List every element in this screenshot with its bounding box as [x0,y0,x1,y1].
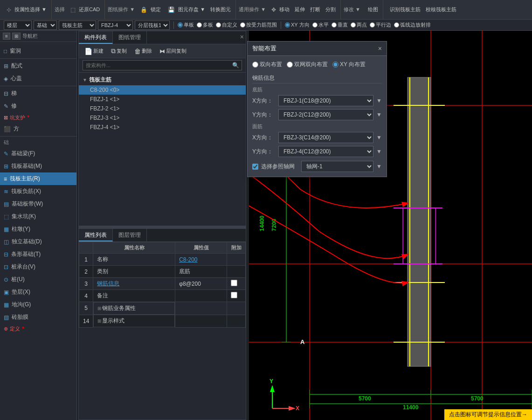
new-btn[interactable]: 📄 新建 [82,47,106,56]
layer-select[interactable]: 楼层 [4,21,32,30]
sidebar-item-isolated-foundation[interactable]: ◫ 独立基础(D) [0,235,76,248]
sidebar-item-stair[interactable]: ⊟ 梯 [0,87,76,100]
attr-name-1: 名称 [93,254,175,266]
member-panel-close-btn[interactable]: × [240,33,244,41]
lock-group: 🔒 锁定 💾 图元存盘 ▼ 转换图元 [138,0,236,19]
split-btn[interactable]: 分割 [324,5,338,14]
tab-attr-list[interactable]: 属性列表 [79,229,113,241]
sidebar-item-foundation-beam[interactable]: ✎ 基础梁(F) [0,147,76,160]
tree-item-fbzj1[interactable]: FBZJ-1 <1> [79,95,246,104]
sidebar-nav-btn1[interactable]: ≡ [3,33,10,40]
dialog-close-btn[interactable]: × [378,45,382,52]
attr-value-link-1[interactable]: C8-200 [179,256,197,263]
sidebar-item-slab-rebar[interactable]: ≡ 筏板主筋(R) [0,172,76,185]
verify-label-btn[interactable]: 校核筏板主筋 [424,5,458,14]
sublayer-select[interactable]: 分层筏板1 [135,21,170,30]
sidebar-item-base-plate[interactable]: ▤ 基础板带(W) [0,198,76,210]
attr-name-14[interactable]: ⊞ 显示样式 [93,315,175,327]
expand-icon-14[interactable]: ⊞ [97,318,101,324]
vert-radio[interactable]: 垂直 [332,21,348,28]
floor-copy-btn[interactable]: ⧓ 层间复制 [157,47,189,55]
status-bar[interactable]: 点击图标可调节提示信息位置→ [444,409,532,420]
rebar-select[interactable]: 筏板主筋 [59,21,96,30]
svg-text:11400: 11400 [403,404,419,411]
tree-item-fbzj2[interactable]: FBZJ-2 <1> [79,104,246,113]
property-select-btn[interactable]: 按属性选择 ▼ [13,5,48,14]
ref-grid-select[interactable]: 轴网-1 轴网-2 [301,161,373,172]
sidebar-item-strip-foundation[interactable]: ⊟ 条形基础(T) [0,248,76,261]
repair-icon: ✎ [4,103,8,110]
y-dir-bottom-select[interactable]: FBZJ-2(C12@200) FBZJ-1(C18@200) FBZJ-3(C… [278,109,373,120]
multi-slab-radio[interactable]: 多板 [197,21,213,28]
by-force-radio[interactable]: 按受力筋范围 [240,21,277,28]
x-dir-bottom-select[interactable]: FBZJ-1(C18@200) FBZJ-2(C12@200) FBZJ-3(C… [278,95,373,106]
twopoint-radio[interactable]: 两点 [351,21,367,28]
draw-label-btn[interactable]: 绘图 [366,5,380,14]
sidebar-item-pile-cap[interactable]: ⊡ 桩承台(V) [0,261,76,273]
tree-item-fbzj3[interactable]: FBZJ-3 <1> [79,113,246,123]
move-btn[interactable]: 移动 [277,5,291,14]
sidebar-item-slab-neg-rebar[interactable]: ≋ 筏板负筋(X) [0,185,76,198]
expand-icon-5[interactable]: ⊞ [97,306,101,311]
sidebar-item-square[interactable]: ⬛ 方 [0,123,76,135]
table-row: 1 名称 C8-200 [79,254,246,266]
sidebar-item-heartcover[interactable]: ◈ 心盖 [0,72,76,85]
ref-grid-checkbox[interactable] [252,164,258,170]
fbzj-select[interactable]: FBZJ-4 [98,21,133,30]
sidebar-item-window[interactable]: □ 窗洞 [0,45,76,57]
restore-cad-icon: ⬚ [70,7,76,13]
x-dir-top-select[interactable]: FBZJ-3(C14@200) FBZJ-1(C18@200) FBZJ-2(C… [278,132,373,143]
sidebar-item-cushion[interactable]: ▣ 垫层(X) [0,286,76,298]
single-slab-radio[interactable]: 单板 [178,21,194,28]
modify-group: ✥ 移动 延伸 打断 分割 [269,0,341,19]
sidebar-item-config[interactable]: ⊞ 配式 [0,60,76,72]
tree-root[interactable]: ▼ 筏板主筋 [79,75,246,85]
horiz-radio[interactable]: 水平 [312,21,329,28]
copy-btn[interactable]: ⧉ 复制 [108,46,130,56]
sidebar-item-slab-foundation[interactable]: ⊞ 筏板基础(M) [0,160,76,172]
sidebar-item-pit-support[interactable]: ⊠ 坑支护 * [0,112,76,123]
checkbox-3[interactable] [231,280,237,286]
custom-radio[interactable]: 自定义 [216,21,237,28]
trim-btn[interactable]: 打断 [308,5,322,14]
checkbox-4[interactable] [231,292,237,298]
sidebar-item-repair[interactable]: ✎ 修 [0,100,76,112]
attr-name-3[interactable]: 钢筋信息 [93,278,175,290]
lock-btn[interactable]: 锁定 [149,5,163,14]
panel-splitter[interactable] [78,226,246,228]
parallel-radio[interactable]: 平行边 [370,21,391,28]
sidebar-item-sump[interactable]: ⬚ 集水坑(K) [0,210,76,223]
tree-item-fbzj4[interactable]: FBZJ-4 <1> [79,123,246,132]
sidebar-item-waterproof[interactable]: ▧ 砖胎膜 [0,311,76,324]
sidebar-nav-btn2[interactable]: ⊞ [12,33,21,40]
delete-btn[interactable]: 🗑 删除 [131,47,155,56]
arc-radio[interactable]: 弧线边放射排 [394,21,431,28]
attr-name-link-3[interactable]: 钢筋信息 [97,280,119,287]
attr-value-1[interactable]: C8-200 [175,254,227,266]
slab-radio-group: 单板 多板 自定义 按受力筋范围 [178,21,277,28]
sidebar-item-pile[interactable]: ⊙ 桩(U) [0,273,76,286]
sidebar-item-column2[interactable]: ▦ 柱墩(Y) [0,223,76,235]
tree-item-c8-200[interactable]: C8-200 <0> [79,85,246,95]
window-icon: □ [4,48,7,55]
tab-layer-mgmt[interactable]: 图层管理 [113,229,147,241]
base-select[interactable]: 基础 [34,21,57,30]
select-label: 选择 [54,5,66,14]
search-input[interactable] [83,60,242,70]
y-dir-top-select[interactable]: FBZJ-4(C12@200) FBZJ-3(C14@200) FBZJ-1(C… [278,146,373,157]
attr-name-5[interactable]: ⊞ 钢筋业务属性 [93,302,175,315]
extend-btn[interactable]: 延伸 [293,5,307,14]
two-dir-radio[interactable]: 双向布置 [252,61,282,69]
identify-slab-rebar-btn[interactable]: 识别筏板主筋 [388,5,422,14]
tab-member-list[interactable]: 构件列表 [79,31,113,44]
two-net-radio[interactable]: 双网双向布置 [287,61,328,69]
convert-element-btn[interactable]: 转换图元 [208,5,233,14]
xy-dir-radio[interactable]: XY 方向 [285,21,310,28]
tab-drawing-mgmt[interactable]: 图纸管理 [113,31,147,44]
restore-cad-btn[interactable]: 还原CAD [77,5,102,14]
sidebar-item-define[interactable]: ⊕ 定义 * [0,324,76,334]
symbol-store-btn[interactable]: 图元存盘 ▼ [176,5,207,14]
sidebar-item-trench[interactable]: ▦ 地沟(G) [0,298,76,311]
x-top-dropdown-icon: ▼ [376,134,382,141]
xy-layout-radio[interactable]: XY 向布置 [332,61,366,69]
